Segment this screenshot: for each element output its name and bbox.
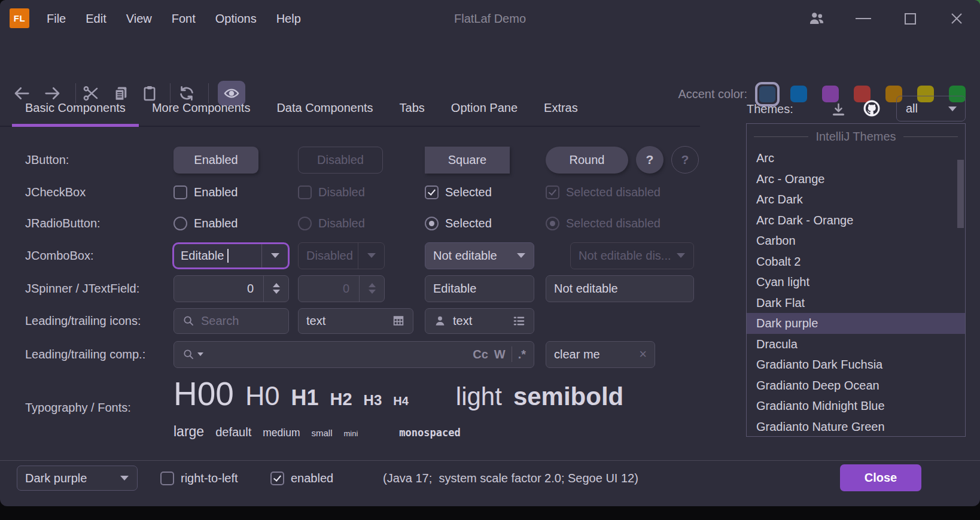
- text-field-with-table-icon[interactable]: [298, 308, 413, 334]
- editable-textfield[interactable]: [425, 275, 534, 302]
- cell: Disabled: [298, 146, 383, 174]
- theme-item[interactable]: Arc - Orange: [747, 169, 965, 190]
- cell: [425, 308, 534, 334]
- tab-basic-components[interactable]: Basic Components: [12, 90, 139, 126]
- themes-group-title: IntelliJ Themes: [815, 130, 896, 144]
- radio-icon: [298, 217, 312, 230]
- table-icon[interactable]: [392, 314, 405, 327]
- radio-label: Selected disabled: [566, 217, 661, 230]
- search-input[interactable]: [209, 348, 467, 361]
- theme-combobox[interactable]: Dark purple: [17, 466, 138, 491]
- search-field[interactable]: [174, 308, 289, 334]
- leading-trailing-comp-row: Leading/trailing comp.: Cc W .* ×: [0, 340, 700, 368]
- users-icon[interactable]: [793, 0, 840, 37]
- theme-item[interactable]: Cyan light: [747, 272, 965, 293]
- tab-more-components[interactable]: More Components: [139, 90, 264, 126]
- spinner-buttons[interactable]: [263, 276, 288, 302]
- theme-item[interactable]: Carbon: [747, 230, 965, 251]
- radio-disabled: Disabled: [298, 217, 365, 230]
- theme-item[interactable]: Dracula: [747, 334, 965, 355]
- check-icon: [549, 187, 556, 196]
- search-field-with-options[interactable]: Cc W .*: [174, 341, 534, 368]
- cell: Enabled: [174, 180, 238, 204]
- search-input[interactable]: [201, 314, 281, 328]
- person-icon: [433, 314, 447, 328]
- help-button-outline[interactable]: ?: [671, 146, 699, 174]
- tab-bar: Basic Components More Components Data Co…: [0, 90, 700, 127]
- menu-options[interactable]: Options: [215, 12, 257, 26]
- theme-item-selected[interactable]: Dark purple: [747, 313, 965, 334]
- theme-item[interactable]: Gradianto Deep Ocean: [747, 375, 965, 396]
- tab-option-pane[interactable]: Option Pane: [438, 90, 531, 126]
- combobox-arrow-button[interactable]: [261, 244, 288, 267]
- spinner-down-icon[interactable]: [273, 290, 280, 294]
- theme-item[interactable]: Gradianto Midnight Blue: [747, 396, 965, 416]
- round-button[interactable]: Round: [546, 147, 628, 174]
- help-button[interactable]: ?: [636, 146, 664, 174]
- themes-scrollbar-thumb[interactable]: [957, 160, 964, 228]
- not-editable-combobox[interactable]: Not editable: [425, 242, 534, 269]
- enabled-checkbox[interactable]: enabled: [270, 472, 333, 485]
- rtl-option: right-to-left: [160, 466, 238, 491]
- radio-selected[interactable]: Selected: [425, 217, 492, 230]
- bullet-list-icon[interactable]: [512, 314, 526, 328]
- tab-data-components[interactable]: Data Components: [263, 90, 386, 126]
- checkbox-label: Selected: [445, 186, 492, 199]
- theme-item[interactable]: Arc Dark: [747, 189, 965, 210]
- close-button[interactable]: Close: [840, 464, 921, 491]
- radio-label: Selected: [445, 217, 492, 230]
- square-button[interactable]: Square: [425, 147, 510, 174]
- theme-item[interactable]: Gradianto Dark Fuchsia: [747, 354, 965, 375]
- theme-item[interactable]: Arc: [747, 148, 965, 169]
- theme-item[interactable]: Arc Dark - Orange: [747, 210, 965, 231]
- regex-button[interactable]: .*: [518, 348, 526, 361]
- menu-edit[interactable]: Edit: [86, 12, 106, 26]
- minimize-button[interactable]: [840, 0, 887, 37]
- menu-view[interactable]: View: [126, 12, 152, 26]
- theme-item[interactable]: Cobalt 2: [747, 251, 965, 272]
- text-input[interactable]: [554, 348, 633, 361]
- text-input[interactable]: [306, 314, 386, 328]
- checkbox-enabled[interactable]: Enabled: [174, 186, 238, 199]
- menu-font[interactable]: Font: [172, 12, 196, 26]
- github-button[interactable]: [862, 98, 882, 118]
- tab-extras[interactable]: Extras: [531, 90, 591, 126]
- checkbox-icon: [174, 186, 187, 199]
- maximize-button[interactable]: [887, 0, 933, 37]
- h1-specimen: H1: [291, 385, 318, 410]
- close-window-button[interactable]: [933, 0, 980, 37]
- whole-word-button[interactable]: W: [494, 348, 506, 361]
- checkbox-selected[interactable]: Selected: [425, 186, 492, 199]
- cell: [546, 275, 694, 302]
- textfield-input[interactable]: [433, 282, 526, 296]
- github-icon: [862, 98, 882, 118]
- monospaced-specimen: monospaced: [399, 427, 460, 439]
- leading-trailing-icons-row: Leading/trailing icons:: [0, 308, 700, 334]
- chevron-down-icon[interactable]: [197, 352, 203, 356]
- radio-enabled[interactable]: Enabled: [174, 217, 238, 230]
- spinner[interactable]: [174, 275, 289, 302]
- themes-filter-combobox[interactable]: all: [896, 96, 966, 121]
- theme-item[interactable]: Dark Flat: [747, 293, 965, 314]
- right-to-left-checkbox[interactable]: right-to-left: [160, 472, 238, 485]
- tab-tabs[interactable]: Tabs: [386, 90, 438, 126]
- clear-icon[interactable]: ×: [639, 346, 647, 362]
- accent-swatch-purple[interactable]: [822, 86, 839, 102]
- theme-item[interactable]: Gradianto Nature Green: [747, 416, 965, 437]
- jcheckbox-row: JCheckBox Enabled Disabled Selected Sele…: [0, 180, 700, 204]
- cell: ×: [546, 340, 655, 368]
- spinner-input[interactable]: [182, 282, 258, 296]
- large-size-specimen: large: [174, 424, 204, 440]
- editable-combobox-input[interactable]: [181, 249, 252, 263]
- match-case-button[interactable]: Cc: [473, 348, 488, 361]
- text-field-with-person-icon[interactable]: [425, 308, 534, 334]
- enabled-button[interactable]: Enabled: [174, 147, 258, 174]
- menu-file[interactable]: File: [47, 12, 66, 26]
- menu-help[interactable]: Help: [276, 12, 301, 26]
- clearable-text-field[interactable]: ×: [546, 341, 655, 368]
- spinner-up-icon: [369, 283, 376, 287]
- editable-combobox[interactable]: [172, 242, 290, 269]
- text-input[interactable]: [453, 314, 506, 328]
- spinner-up-icon[interactable]: [273, 283, 280, 287]
- download-themes-button[interactable]: [830, 102, 847, 118]
